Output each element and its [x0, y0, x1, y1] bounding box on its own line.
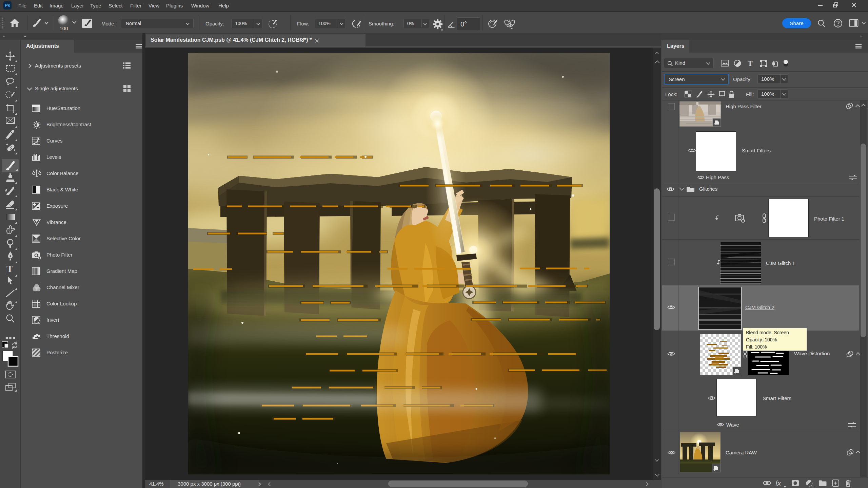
- svg-text:T: T: [748, 60, 753, 67]
- svg-text:fx: fx: [775, 479, 782, 487]
- svg-text:T: T: [6, 263, 13, 274]
